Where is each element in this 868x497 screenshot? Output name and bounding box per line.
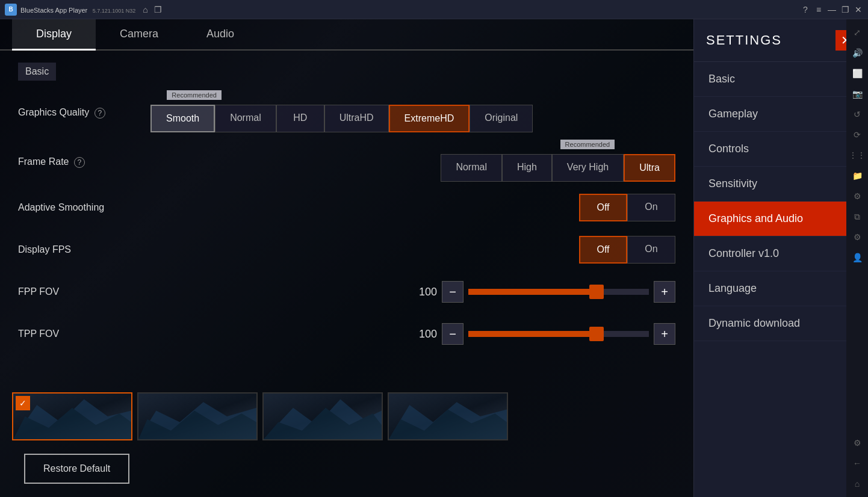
fpp-fov-plus[interactable]: + (654, 281, 675, 303)
arrow-left-icon[interactable]: ← (849, 455, 866, 472)
fpp-fov-fill (468, 289, 595, 295)
gear-icon[interactable]: ⚙ (849, 434, 866, 451)
sidebar-item-dynamic-download[interactable]: Dynamic download (694, 306, 868, 341)
main-container: Display Camera Audio Basic Graphics Qual… (0, 19, 868, 497)
graphics-quality-help-icon[interactable]: ? (95, 108, 105, 119)
sidebar-item-controller[interactable]: Controller v1.0 (694, 236, 868, 271)
gq-smooth[interactable]: Smooth (150, 105, 215, 132)
clone-icon[interactable]: ❐ (154, 5, 162, 14)
thumbnail-1-bg: ✓ (13, 394, 131, 439)
account-icon[interactable]: 👤 (849, 249, 866, 266)
recommended-fr-label: Recommended (560, 140, 615, 149)
minimize-button[interactable]: — (827, 5, 837, 14)
tab-audio[interactable]: Audio (182, 19, 258, 51)
tpp-fov-track[interactable] (468, 331, 649, 337)
fr-ultra[interactable]: Ultra (624, 154, 675, 182)
as-off[interactable]: Off (579, 194, 627, 221)
sidebar-item-graphics-audio[interactable]: Graphics and Audio (694, 202, 868, 236)
right-edge-icons: ⤢ 🔊 ⬜ 📷 ↺ ⟳ ⋮⋮ 📁 ⚙ ⧉ ⚙ 👤 ⚙ ← ⌂ (846, 19, 868, 497)
tpp-fov-value: 100 (413, 328, 437, 341)
fpp-fov-row: FPP FOV 100 − + (18, 276, 675, 308)
sidebar-item-controls[interactable]: Controls (694, 132, 868, 167)
fpp-fov-minus[interactable]: − (442, 281, 463, 303)
graphics-quality-row: Graphics Quality ? Recommended Smooth No… (18, 93, 675, 132)
sidebar-items: Basic Gameplay Controls Sensitivity Grap… (694, 62, 868, 497)
gq-extremehd[interactable]: ExtremeHD (389, 105, 470, 132)
recommended-smooth-label: Recommended (167, 90, 222, 100)
svg-marker-5 (264, 408, 382, 439)
thumbnail-4-bg (389, 394, 507, 439)
maximize-button[interactable]: ❐ (840, 5, 850, 14)
thumbnail-4[interactable] (388, 392, 508, 440)
sidebar-item-sensitivity[interactable]: Sensitivity (694, 167, 868, 202)
fr-normal[interactable]: Normal (441, 154, 502, 182)
fr-high[interactable]: High (502, 154, 552, 182)
display-fps-row: Display FPS Off On (18, 233, 675, 266)
folder-icon[interactable]: 📁 (849, 167, 866, 184)
sidebar-item-language[interactable]: Language (694, 271, 868, 306)
sidebar-header: SETTINGS ✕ (694, 19, 868, 62)
help-button[interactable]: ? (801, 5, 810, 14)
screen-icon[interactable]: ⬜ (849, 65, 866, 82)
as-on[interactable]: On (627, 194, 675, 221)
fpp-fov-thumb[interactable] (589, 285, 604, 299)
home2-icon[interactable]: ⌂ (849, 475, 866, 492)
tpp-fov-plus[interactable]: + (654, 323, 675, 345)
thumbnail-2-bg (138, 394, 256, 439)
tpp-fov-minus[interactable]: − (442, 323, 463, 345)
restore-area: Restore Default (0, 440, 693, 497)
adaptive-smoothing-label: Adaptive Smoothing (18, 202, 138, 213)
settings2-icon[interactable]: ⚙ (849, 229, 866, 245)
menu-button[interactable]: ≡ (814, 5, 823, 14)
close-button[interactable]: ✕ (854, 5, 863, 14)
tpp-fov-slider-group: 100 − + (413, 323, 675, 345)
fpp-fov-track[interactable] (468, 289, 649, 295)
gq-hd[interactable]: HD (276, 105, 324, 132)
display-fps-group: Off On (579, 236, 675, 264)
thumbnail-2[interactable] (137, 392, 258, 440)
tab-camera[interactable]: Camera (96, 19, 182, 51)
section-title: Basic (18, 63, 56, 81)
tpp-fov-thumb[interactable] (589, 327, 604, 341)
sidebar-title: SETTINGS (706, 32, 782, 48)
thumbnail-1[interactable]: ✓ (12, 392, 132, 440)
fpp-fov-label: FPP FOV (18, 286, 138, 297)
app-name: BlueStacks App Player (20, 7, 87, 14)
camera-icon[interactable]: 📷 (849, 85, 866, 102)
svg-marker-1 (13, 408, 131, 439)
thumbnail-3[interactable] (262, 392, 383, 440)
macro-icon[interactable]: ⚙ (849, 188, 866, 205)
gq-normal[interactable]: Normal (215, 105, 276, 132)
home-icon[interactable]: ⌂ (143, 5, 147, 14)
thumbnail-3-bg (264, 394, 382, 439)
fullscreen-icon[interactable]: ⤢ (849, 24, 866, 41)
refresh-icon[interactable]: ↺ (849, 106, 866, 123)
sidebar-item-basic[interactable]: Basic (694, 62, 868, 97)
fps-on[interactable]: On (627, 236, 675, 264)
frame-rate-group: Recommended Normal High Very High Ultra (441, 154, 675, 182)
content-area: Basic Graphics Quality ? Recommended Smo… (0, 51, 693, 386)
frame-rate-help-icon[interactable]: ? (74, 157, 85, 168)
fps-off[interactable]: Off (579, 236, 627, 264)
tpp-fov-fill (468, 331, 595, 337)
restore-default-button[interactable]: Restore Default (24, 454, 129, 484)
gq-original[interactable]: Original (470, 105, 533, 132)
title-bar: B BlueStacks App Player 5.7.121.1001 N32… (0, 0, 868, 19)
sidebar-item-gameplay[interactable]: Gameplay (694, 97, 868, 132)
tabs-bar: Display Camera Audio (0, 19, 693, 51)
app-version: 5.7.121.1001 N32 (93, 8, 136, 14)
fr-veryhigh[interactable]: Very High (552, 154, 624, 182)
volume-icon[interactable]: 🔊 (849, 45, 866, 61)
rotate-icon[interactable]: ⟳ (849, 126, 866, 143)
gq-ultrahd[interactable]: UltraHD (324, 105, 389, 132)
layers-icon[interactable]: ⧉ (849, 208, 866, 225)
frame-rate-label: Frame Rate ? (18, 156, 138, 168)
tpp-fov-label: TPP FOV (18, 329, 138, 339)
tab-display[interactable]: Display (12, 19, 96, 51)
fpp-fov-slider-group: 100 − + (413, 281, 675, 303)
graphics-quality-label: Graphics Quality ? (18, 107, 138, 119)
frame-rate-row: Frame Rate ? Recommended Normal High Ver… (18, 142, 675, 182)
app-logo: B (5, 4, 17, 16)
grid-icon[interactable]: ⋮⋮ (849, 147, 866, 164)
display-fps-label: Display FPS (18, 244, 138, 255)
